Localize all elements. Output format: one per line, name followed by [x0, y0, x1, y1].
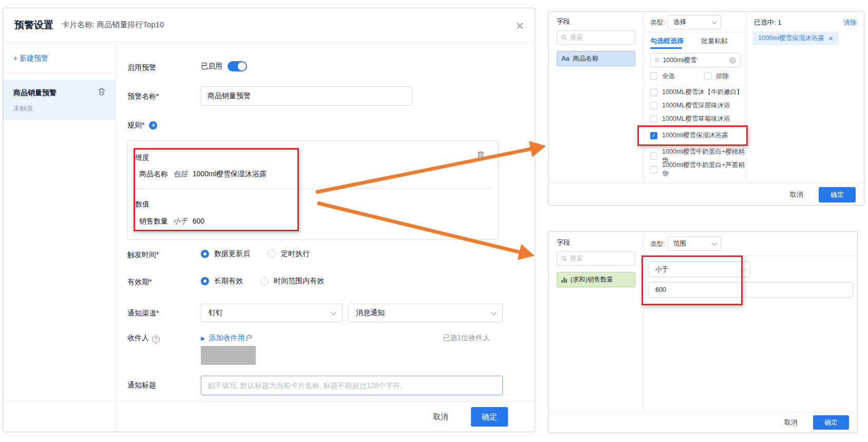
- rule-dimension-operator: 包括: [173, 170, 187, 178]
- field-search-input[interactable]: [570, 255, 631, 262]
- type-select[interactable]: 选择: [668, 15, 721, 29]
- clear-selection-link[interactable]: 清除: [843, 18, 857, 27]
- chevron-down-icon: [712, 19, 717, 24]
- close-icon[interactable]: ✕: [513, 20, 526, 33]
- type-row: 类型: 范围: [644, 232, 857, 256]
- select-all-row: 全选 排除: [650, 70, 740, 82]
- chevron-down-icon: [712, 241, 717, 246]
- field-item-product-name[interactable]: Aa 商品名称: [557, 51, 635, 66]
- help-icon[interactable]: ?: [152, 336, 160, 343]
- channel-select[interactable]: 钉钉: [201, 304, 343, 322]
- radio-scheduled[interactable]: [268, 250, 276, 258]
- radio-scheduled-label[interactable]: 定时执行: [281, 249, 310, 259]
- cancel-button[interactable]: 取消: [784, 418, 798, 427]
- field-search-input[interactable]: [570, 34, 631, 41]
- member-option-checked[interactable]: ✓ 1000ml樱雪保湿沐浴露: [650, 131, 728, 140]
- field-search[interactable]: [557, 251, 635, 266]
- rule-card: 维度 商品名称 包括 1000ml樱雪保湿沐浴露 数值 销售数量 小于 600: [127, 140, 498, 240]
- confirm-button[interactable]: 确定: [471, 407, 508, 427]
- radio-long-term-label[interactable]: 长期有效: [214, 277, 243, 286]
- operator-select[interactable]: 小于: [649, 262, 750, 277]
- rule-measure-row[interactable]: 销售数量 小于 600: [139, 217, 204, 226]
- member-checkbox[interactable]: [650, 116, 657, 123]
- tab-batch-paste[interactable]: 批量粘贴: [701, 36, 728, 46]
- type-select[interactable]: 范围: [668, 236, 721, 251]
- member-option[interactable]: 1000ML樱雪草莓味沐浴: [650, 115, 730, 123]
- rule-dimension-value: 1000ml樱雪保湿沐浴露: [193, 170, 267, 178]
- alert-item-status: 未触发: [13, 104, 105, 113]
- clear-search-icon[interactable]: ×: [729, 57, 736, 64]
- exclude-checkbox[interactable]: [704, 72, 711, 80]
- channel-value: 钉钉: [209, 308, 223, 318]
- threshold-input[interactable]: [649, 282, 853, 298]
- select-all-checkbox[interactable]: [650, 72, 657, 80]
- search-icon: [655, 57, 659, 63]
- select-all-label[interactable]: 全选: [662, 72, 675, 81]
- card-name-subtitle: 卡片名称: 商品销量排行Top10: [62, 20, 164, 30]
- alert-list-item-selected[interactable]: 商品销量预警 未触发: [3, 80, 116, 120]
- delete-rule-icon[interactable]: [477, 151, 484, 161]
- range-field-column: 字段 (求和)销售数量: [549, 232, 644, 412]
- fields-label: 字段: [557, 238, 635, 247]
- channel-type-select[interactable]: 消息通知: [348, 304, 503, 322]
- list-divider: [644, 85, 746, 85]
- cancel-button[interactable]: 取消: [433, 412, 448, 422]
- rule-measure-operator: 小于: [173, 217, 187, 225]
- field-search[interactable]: [557, 30, 635, 45]
- member-checkbox[interactable]: [650, 166, 657, 173]
- alert-item-name: 商品销量预警: [13, 88, 56, 98]
- rules-label: 规则*: [127, 121, 144, 130]
- radio-after-data-update[interactable]: [201, 250, 209, 258]
- remove-chip-icon[interactable]: ✕: [828, 35, 834, 42]
- selected-member-chip: 1000ml樱雪保湿沐浴露 ✕: [753, 31, 839, 45]
- member-option[interactable]: 1000ML樱雪沐【牛奶嫩白】: [650, 88, 743, 97]
- active-tab-underline: [650, 47, 682, 49]
- radio-after-data-update-label[interactable]: 数据更新后: [214, 249, 250, 259]
- selected-members-column: 已选中: 1 清除 1000ml樱雪保湿沐浴露 ✕: [747, 12, 864, 183]
- member-field-column: 字段 Aa 商品名称: [549, 12, 644, 183]
- member-filter-input[interactable]: [663, 57, 726, 64]
- fields-label: 字段: [557, 17, 635, 26]
- new-alert-button[interactable]: + 新建预警: [3, 43, 116, 73]
- alert-list-sidebar: + 新建预警 商品销量预警 未触发: [3, 43, 116, 432]
- bar-chart-icon: [561, 277, 567, 283]
- alert-name-input[interactable]: [201, 86, 412, 106]
- range-panel-footer: 取消 确定: [549, 412, 857, 433]
- member-option[interactable]: 1000ml樱雪牛奶蛋白+芦荟精华: [650, 161, 746, 178]
- alert-settings-dialog: 预警设置 卡片名称: 商品销量排行Top10 ✕ + 新建预警 商品销量预警 未…: [3, 8, 535, 432]
- member-panel-footer: 取消 确定: [549, 183, 864, 205]
- trigger-time-options: 数据更新后 定时执行: [201, 249, 310, 259]
- cancel-button[interactable]: 取消: [790, 190, 803, 199]
- measure-range-panel: 字段 (求和)销售数量 类型: 范围 小于: [548, 231, 858, 433]
- validity-options: 长期有效 时间范围内有效: [201, 277, 324, 286]
- confirm-button[interactable]: 确定: [813, 415, 849, 430]
- recipient-count: 已选1位收件人: [443, 334, 490, 343]
- alert-name-label: 预警名称*: [127, 92, 159, 101]
- member-checkbox-checked[interactable]: ✓: [650, 132, 657, 139]
- operator-value: 小于: [655, 265, 668, 274]
- member-checkbox[interactable]: [650, 89, 657, 96]
- trash-icon[interactable]: [98, 88, 105, 98]
- add-rule-icon[interactable]: +: [149, 121, 157, 130]
- rule-dimension-row[interactable]: 商品名称 包括 1000ml樱雪保湿沐浴露: [139, 170, 267, 179]
- add-recipient-link[interactable]: ▶添加收件用户: [201, 334, 252, 343]
- field-item-label: 商品名称: [573, 54, 598, 63]
- enable-alert-control: 已启用: [201, 61, 247, 71]
- member-checkbox[interactable]: [650, 102, 657, 109]
- member-filter[interactable]: ×: [650, 53, 741, 67]
- radio-time-range[interactable]: [260, 277, 269, 285]
- recipient-label-row: 收件人?: [127, 334, 160, 343]
- member-checkbox[interactable]: [650, 153, 657, 160]
- enable-state-text: 已启用: [201, 62, 222, 71]
- radio-long-term[interactable]: [201, 277, 209, 285]
- channel-type-value: 消息通知: [356, 308, 385, 318]
- tab-checkbox-select[interactable]: 勾选框选择: [650, 36, 684, 46]
- radio-time-range-label[interactable]: 时间范围内有效: [274, 277, 324, 286]
- notify-title-input[interactable]: [201, 376, 503, 395]
- exclude-label[interactable]: 排除: [716, 72, 729, 81]
- field-item-sales-qty[interactable]: (求和)销售数量: [557, 272, 635, 287]
- enable-toggle[interactable]: [228, 61, 247, 71]
- member-option[interactable]: 1000ML樱雪深层味沐浴: [650, 101, 730, 110]
- confirm-button[interactable]: 确定: [819, 187, 856, 202]
- select-mode-tabs: 勾选框选择 批量粘贴: [650, 36, 728, 46]
